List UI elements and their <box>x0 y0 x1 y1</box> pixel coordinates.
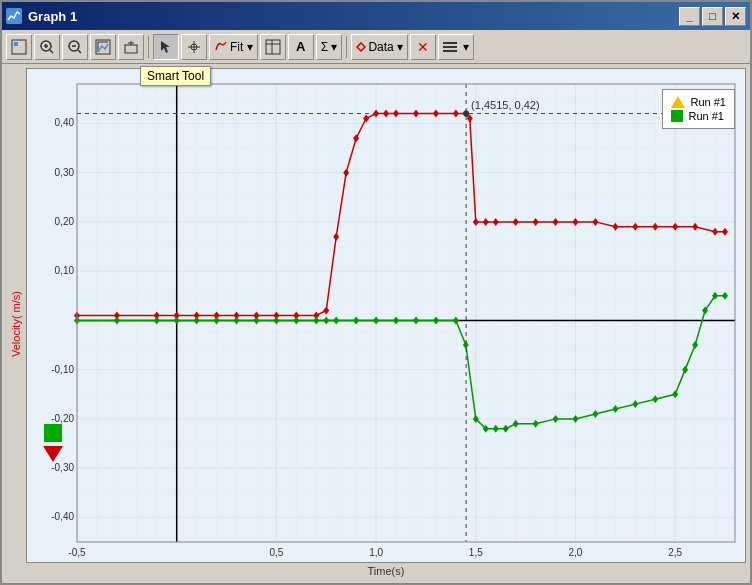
svg-rect-18 <box>266 40 280 54</box>
crosshair-button[interactable] <box>181 34 207 60</box>
svg-line-9 <box>78 50 81 53</box>
svg-marker-21 <box>357 43 365 51</box>
svg-rect-11 <box>125 45 137 53</box>
legend-item-2: Run #1 <box>671 110 726 122</box>
x-axis-label: Time(s) <box>26 563 746 579</box>
close-button[interactable]: ✕ <box>725 7 746 26</box>
zoom-page-button[interactable] <box>6 34 32 60</box>
svg-line-6 <box>50 50 53 53</box>
fit-label: Fit ▾ <box>230 40 253 54</box>
run1-icon-small <box>43 446 63 462</box>
svg-marker-14 <box>161 41 170 53</box>
extra-button[interactable]: ▾ <box>438 34 474 60</box>
pointer-button[interactable] <box>153 34 179 60</box>
data-button[interactable]: Data ▾ <box>351 34 408 60</box>
run2-icon-small <box>44 424 62 442</box>
zoom-fit-button[interactable] <box>90 34 116 60</box>
icons-overlay <box>43 424 63 462</box>
separator-1 <box>148 36 149 58</box>
legend-item-1: Run #1 <box>671 96 726 108</box>
zoom-out-button[interactable] <box>62 34 88 60</box>
delete-icon: ✕ <box>417 39 429 55</box>
main-area: Velocity( m/s) Run #1 Run #1 <box>2 64 750 583</box>
fit-button[interactable]: Fit ▾ <box>209 34 258 60</box>
inspect-button[interactable] <box>118 34 144 60</box>
svg-rect-2 <box>14 42 18 46</box>
legend-label-1: Run #1 <box>691 96 726 108</box>
smart-tool-tooltip: Smart Tool <box>140 66 211 86</box>
y-axis-label-area: Velocity( m/s) <box>6 68 26 579</box>
toolbar: Fit ▾ A Σ ▾ Data ▾ ✕ <box>2 30 750 64</box>
delete-button[interactable]: ✕ <box>410 34 436 60</box>
graph-container: Run #1 Run #1 Time(s) <box>26 68 746 579</box>
window-title: Graph 1 <box>28 9 679 24</box>
legend-label-2: Run #1 <box>689 110 724 122</box>
extra-label: ▾ <box>463 40 469 54</box>
graph-plot-area[interactable]: Run #1 Run #1 <box>26 68 746 563</box>
separator-2 <box>346 36 347 58</box>
window-icon <box>6 8 22 24</box>
zoom-in-button[interactable] <box>34 34 60 60</box>
table-button[interactable] <box>260 34 286 60</box>
legend-box: Run #1 Run #1 <box>662 89 735 129</box>
legend-square-icon <box>671 110 683 122</box>
stats-button[interactable]: Σ ▾ <box>316 34 343 60</box>
graph-canvas <box>27 69 745 562</box>
text-button[interactable]: A <box>288 34 314 60</box>
tooltip-text: Smart Tool <box>147 69 204 83</box>
text-label: A <box>296 39 305 54</box>
window-controls: _ □ ✕ <box>679 7 746 26</box>
title-bar: Graph 1 _ □ ✕ <box>2 2 750 30</box>
svg-rect-0 <box>6 8 22 24</box>
svg-rect-22 <box>443 42 457 44</box>
main-window: Graph 1 _ □ ✕ <box>0 0 752 585</box>
minimize-button[interactable]: _ <box>679 7 700 26</box>
svg-rect-24 <box>443 50 457 52</box>
svg-rect-23 <box>443 46 457 48</box>
stats-label: Σ ▾ <box>321 40 338 54</box>
legend-triangle-icon <box>671 96 685 108</box>
y-axis-label: Velocity( m/s) <box>10 290 22 356</box>
data-label: Data ▾ <box>368 40 403 54</box>
maximize-button[interactable]: □ <box>702 7 723 26</box>
